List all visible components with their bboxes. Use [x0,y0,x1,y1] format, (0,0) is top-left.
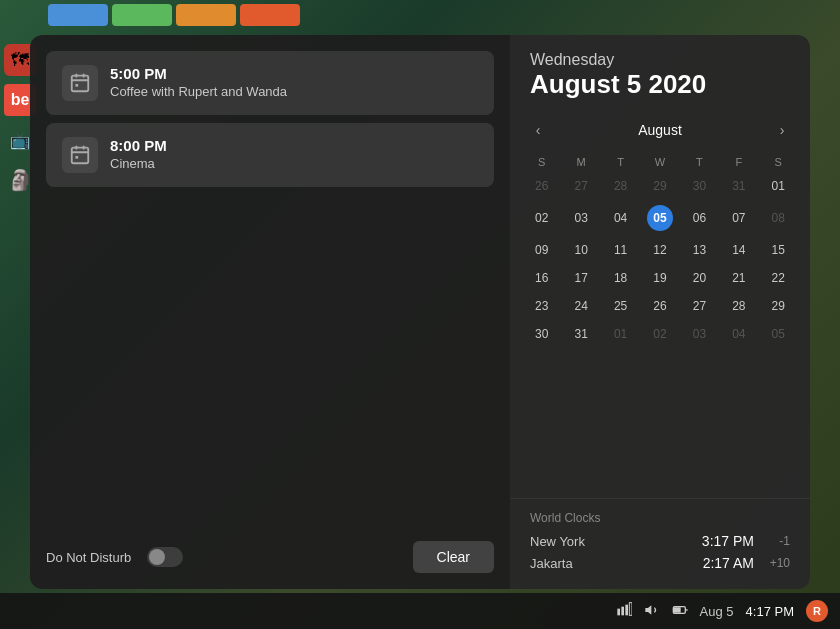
calendar-day-cell[interactable]: 16 [522,264,561,292]
calendar-day-cell[interactable]: 26 [522,172,561,200]
top-app-3[interactable] [176,4,236,26]
taskbar-avatar[interactable]: R [806,600,828,622]
calendar-day-cell[interactable]: 30 [680,172,719,200]
world-clocks-section: World Clocks New York3:17 PM-1Jakarta2:1… [510,498,810,589]
calendar-day-cell[interactable]: 19 [640,264,679,292]
calendar-day-cell[interactable]: 20 [680,264,719,292]
calendar-day-cell[interactable]: 07 [719,200,758,236]
calendar-week-row: 30310102030405 [522,320,798,348]
top-app-1[interactable] [48,4,108,26]
calendar-day-cell[interactable]: 31 [561,320,600,348]
date-weekday: Wednesday [530,51,790,69]
calendar-day-cell[interactable]: 17 [561,264,600,292]
clear-button[interactable]: Clear [413,541,494,573]
calendar-day-cell[interactable]: 30 [522,320,561,348]
calendar-day-cell[interactable]: 03 [561,200,600,236]
taskbar-date: Aug 5 [700,604,734,619]
panel-container: 5:00 PM Coffee with Rupert and Wanda 8:0… [30,35,810,589]
calendar-day-cell[interactable]: 28 [601,172,640,200]
world-clocks-title: World Clocks [530,511,790,525]
calendar-day-cell[interactable]: 15 [759,236,798,264]
calendar-day-cell[interactable]: 01 [759,172,798,200]
calendar-day-cell[interactable]: 08 [759,200,798,236]
calendar-day-cell[interactable]: 21 [719,264,758,292]
calendar-week-row: 09101112131415 [522,236,798,264]
calendar-weekday-header: T [601,152,640,172]
top-app-4[interactable] [240,4,300,26]
calendar-day-cell[interactable]: 18 [601,264,640,292]
calendar-day-cell[interactable]: 02 [640,320,679,348]
calendar-day-cell[interactable]: 02 [522,200,561,236]
calendar-day-cell[interactable]: 05 [640,200,679,236]
left-panel-bottom: Do Not Disturb Clear [46,533,494,573]
calendar-weekday-header: S [522,152,561,172]
svg-rect-12 [625,604,628,615]
calendar-day-cell[interactable]: 06 [680,200,719,236]
notification-title-1: Coffee with Rupert and Wanda [110,84,478,99]
calendar-day-cell[interactable]: 01 [601,320,640,348]
calendar-day-cell[interactable]: 22 [759,264,798,292]
svg-rect-17 [674,607,681,612]
network-icon [616,602,632,621]
calendar-day-cell[interactable]: 09 [522,236,561,264]
calendar-day-cell[interactable]: 13 [680,236,719,264]
clock-time-0: 3:17 PM [702,533,754,549]
calendar-day-cell[interactable]: 27 [680,292,719,320]
calendar-day-cell[interactable]: 29 [640,172,679,200]
calendar-next-button[interactable]: › [770,118,794,142]
svg-rect-5 [72,148,89,164]
calendar-weekday-header: T [680,152,719,172]
dnd-toggle[interactable] [147,547,183,567]
clock-city-0: New York [530,534,702,549]
calendar-day-cell[interactable]: 04 [719,320,758,348]
calendar-day-cell[interactable]: 03 [680,320,719,348]
date-header: Wednesday August 5 2020 [510,35,810,112]
notification-content-2: 8:00 PM Cinema [110,137,478,171]
calendar-day-cell[interactable]: 27 [561,172,600,200]
calendar-weekdays: SMTWTFS [522,152,798,172]
volume-icon [644,602,660,621]
calendar-day-cell[interactable]: 24 [561,292,600,320]
taskbar-top [0,0,840,30]
calendar-body: 2627282930310102030405060708091011121314… [522,172,798,348]
notification-content-1: 5:00 PM Coffee with Rupert and Wanda [110,65,478,99]
clock-rows: New York3:17 PM-1Jakarta2:17 AM+10 [530,533,790,571]
taskbar-bottom: Aug 5 4:17 PM R [0,593,840,629]
calendar-prev-button[interactable]: ‹ [526,118,550,142]
clock-time-1: 2:17 AM [703,555,754,571]
calendar-month-label: August [638,122,682,138]
calendar-week-row: 23242526272829 [522,292,798,320]
notification-item-2[interactable]: 8:00 PM Cinema [46,123,494,187]
calendar-day-cell[interactable]: 26 [640,292,679,320]
svg-rect-10 [617,608,620,615]
calendar-grid: SMTWTFS 26272829303101020304050607080910… [522,152,798,348]
svg-rect-9 [75,156,78,159]
calendar-day-cell[interactable]: 28 [719,292,758,320]
top-app-2[interactable] [112,4,172,26]
notification-icon-1 [62,65,98,101]
calendar-week-row: 16171819202122 [522,264,798,292]
calendar-day-cell[interactable]: 29 [759,292,798,320]
calendar-day-cell[interactable]: 05 [759,320,798,348]
calendar-header: ‹ August › [522,112,798,148]
notification-time-2: 8:00 PM [110,137,478,154]
dnd-label: Do Not Disturb [46,550,131,565]
calendar-day-cell[interactable]: 11 [601,236,640,264]
calendar-day-cell[interactable]: 25 [601,292,640,320]
calendar-day-cell[interactable]: 10 [561,236,600,264]
calendar-day-cell[interactable]: 12 [640,236,679,264]
calendar-weekday-header: M [561,152,600,172]
svg-marker-14 [645,605,651,614]
notification-item-1[interactable]: 5:00 PM Coffee with Rupert and Wanda [46,51,494,115]
calendar-day-cell[interactable]: 31 [719,172,758,200]
notification-icon-2 [62,137,98,173]
calendar: ‹ August › SMTWTFS 262728293031010203040… [510,112,810,498]
clock-offset-0: -1 [762,534,790,548]
taskbar-time: 4:17 PM [746,604,794,619]
calendar-day-cell[interactable]: 04 [601,200,640,236]
calendar-day-cell[interactable]: 23 [522,292,561,320]
calendar-weekday-header: S [759,152,798,172]
notifications-panel: 5:00 PM Coffee with Rupert and Wanda 8:0… [30,35,510,589]
calendar-day-cell[interactable]: 14 [719,236,758,264]
calendar-week-row: 02030405060708 [522,200,798,236]
